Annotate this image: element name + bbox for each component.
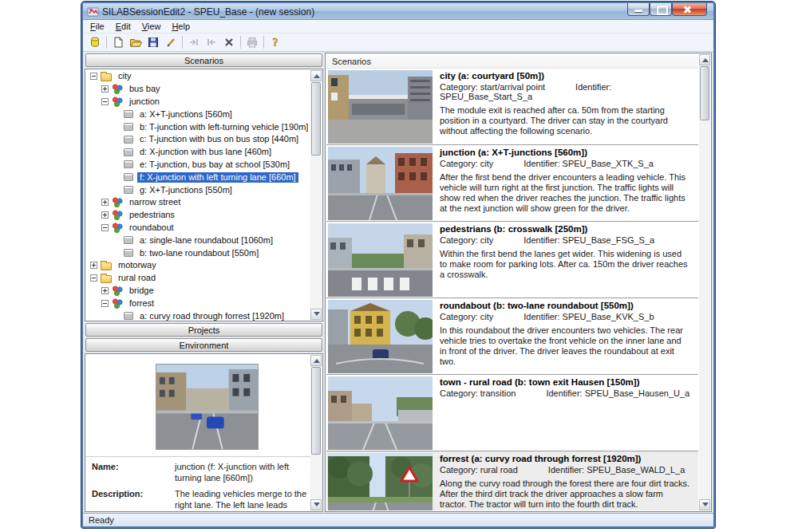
scrollbar-thumb[interactable] [700, 66, 709, 120]
scrollbar-thumb[interactable] [311, 82, 321, 156]
maximize-button[interactable] [650, 3, 672, 16]
scenario-box-icon [124, 236, 133, 244]
tree-item-forrest[interactable]: forrest [85, 297, 310, 309]
scenario-entry-pedestrians[interactable]: pedestrians (b: crosswalk [250m]) Catego… [326, 222, 698, 298]
tree-item-scenario[interactable]: g: X+T-junctions [550m] [85, 183, 310, 196]
tree-item-rural-road[interactable]: rural road [85, 272, 310, 285]
tree-item-scenario[interactable]: a: curvy road through forrest [1920m] [85, 309, 310, 321]
identifier-label: Identifier: [575, 82, 611, 92]
entry-title: town - rural road (b: town exit Hausen [… [440, 377, 690, 387]
title-bar[interactable]: SILABSessionEdit2 - SPEU_Base - (new ses… [83, 3, 713, 20]
close-button[interactable] [672, 3, 707, 16]
status-text: Ready [89, 515, 114, 525]
identifier-value: SPEU_Base_FSG_S_a [563, 235, 655, 245]
scroll-down-icon[interactable] [310, 309, 322, 320]
edit-pencil-icon[interactable] [162, 34, 180, 50]
tree-scrollbar[interactable] [310, 70, 322, 320]
scenario-entry-town-exit[interactable]: town - rural road (b: town exit Hausen [… [326, 375, 698, 451]
description-label: Description: [92, 489, 175, 512]
entry-title: junction (a: X+T-junctions [560m]) [440, 148, 690, 157]
projects-panel-button[interactable]: Projects [85, 323, 322, 337]
expand-icon[interactable] [101, 199, 109, 206]
print-icon[interactable] [243, 34, 261, 50]
tree-item-scenario[interactable]: b: T-junction with left-turning vehicle … [85, 120, 310, 133]
category-value: transition [480, 388, 516, 398]
tree-item-roundabout[interactable]: roundabout [85, 222, 310, 234]
menu-file[interactable]: File [85, 21, 110, 32]
tree-item-narrow-street[interactable]: narrow street [85, 196, 310, 209]
scroll-up-icon[interactable] [310, 355, 322, 366]
entry-title: pedestrians (b: crosswalk [250m]) [440, 224, 690, 234]
entry-description: The module exit is reached after ca. 50m… [440, 105, 690, 136]
scroll-down-icon[interactable] [310, 499, 322, 510]
delete-icon[interactable] [220, 34, 238, 50]
module-icon [112, 84, 123, 94]
tree-item-label: narrow street [127, 197, 183, 207]
collapse-icon[interactable] [90, 274, 97, 282]
new-document-icon[interactable] [109, 34, 127, 50]
list-scrollbar[interactable] [699, 54, 710, 510]
tree-item-scenario[interactable]: c: T-junction with bus on bus stop [440m… [85, 133, 310, 146]
category-label: Category: [440, 82, 478, 92]
tree-item-bus-bay[interactable]: bus bay [85, 83, 310, 96]
entry-title: roundabout (b: two-lane roundabout [550m… [440, 301, 690, 310]
scenario-box-icon [124, 312, 133, 320]
details-scrollbar[interactable] [310, 355, 322, 510]
identifier-value: SPEU_Base_KVK_S_b [563, 312, 654, 321]
module-icon [112, 286, 123, 296]
insert-before-icon[interactable] [185, 34, 203, 50]
scenario-entry-forrest[interactable]: forrest (a: curvy road through forrest [… [326, 451, 698, 510]
menu-edit[interactable]: Edit [110, 21, 136, 32]
tree-item-scenario[interactable]: a: X+T-junctions [560m] [85, 108, 310, 120]
scenario-entry-junction[interactable]: junction (a: X+T-junctions [560m]) Categ… [326, 145, 698, 222]
collapse-icon[interactable] [90, 73, 97, 80]
roundabout-thumbnail [328, 300, 433, 373]
folder-icon [101, 275, 112, 283]
identifier-label: Identifier: [523, 235, 559, 245]
scenario-entry-roundabout[interactable]: roundabout (b: two-lane roundabout [550m… [326, 298, 698, 375]
tree-item-motorway[interactable]: motorway [85, 259, 310, 272]
tree-item-bridge[interactable]: bridge [85, 285, 310, 298]
tree-item-scenario-selected[interactable]: f: X-junction with left turning lane [66… [85, 171, 310, 183]
expand-icon[interactable] [101, 85, 109, 93]
collapse-icon[interactable] [101, 98, 109, 105]
entry-title: forrest (a: curvy road through forrest [… [440, 454, 690, 463]
expand-icon[interactable] [101, 211, 109, 219]
scrollbar-thumb[interactable] [311, 367, 321, 455]
tree-item-label: a: curvy road through forrest [1920m] [137, 311, 286, 321]
save-icon[interactable] [144, 34, 162, 50]
scroll-up-icon[interactable] [699, 54, 710, 65]
identifier-label: Identifier: [523, 159, 559, 168]
tree-item-junction[interactable]: junction [85, 96, 310, 108]
database-icon[interactable] [86, 34, 104, 50]
junction-thumbnail [328, 147, 433, 220]
open-folder-icon[interactable] [127, 34, 144, 50]
collapse-icon[interactable] [101, 224, 109, 231]
tree-item-label: bus bay [127, 84, 163, 94]
tree-item-scenario[interactable]: a: single-lane roundabout [1060m] [85, 234, 310, 246]
tree-item-pedestrians[interactable]: pedestrians [85, 209, 310, 222]
tree-item-scenario[interactable]: e: T-junction, bus bay at school [530m] [85, 159, 310, 171]
collapse-icon[interactable] [101, 300, 109, 307]
environment-panel-button[interactable]: Environment [85, 338, 322, 352]
tree-item-label: c: T-junction with bus on bus stop [440m… [137, 134, 301, 144]
scroll-up-icon[interactable] [310, 70, 322, 81]
expand-icon[interactable] [90, 262, 97, 269]
tree-item-scenario[interactable]: b: two-lane roundabout [550m] [85, 246, 310, 259]
minimize-button[interactable] [627, 3, 650, 16]
help-icon[interactable]: ? [267, 34, 284, 50]
entry-description: After the first bend the driver encounte… [440, 172, 690, 214]
scenarios-panel-button[interactable]: Scenarios [85, 53, 322, 67]
menu-view[interactable]: View [136, 21, 167, 32]
tree-item-city[interactable]: city [85, 70, 310, 83]
scenario-box-icon [124, 186, 133, 194]
identifier-value: SPEU_Base_Hausen_U_a [585, 388, 689, 398]
app-window: SILABSessionEdit2 - SPEU_Base - (new ses… [81, 2, 715, 528]
tree-item-scenario[interactable]: d: X-junction with bus lane [460m] [85, 146, 310, 159]
insert-after-icon[interactable] [203, 34, 220, 50]
scroll-down-icon[interactable] [699, 499, 710, 510]
scenario-entry-city-courtyard[interactable]: city (a: courtyard [50m]) Category: star… [326, 69, 698, 145]
expand-icon[interactable] [101, 287, 109, 294]
menu-help[interactable]: Help [166, 21, 196, 32]
left-panel: Scenarios city bus bay junction a: X+T-j… [85, 53, 323, 512]
